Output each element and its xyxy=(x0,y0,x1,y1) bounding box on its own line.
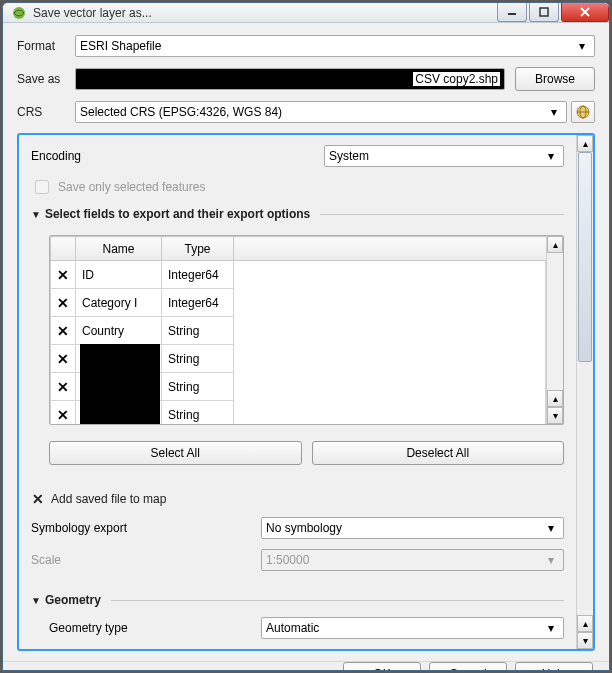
close-button[interactable] xyxy=(561,2,609,22)
encoding-combo[interactable]: System ▾ xyxy=(324,145,564,167)
scale-row: Scale 1:50000 ▾ xyxy=(31,549,564,571)
maximize-button[interactable] xyxy=(529,2,559,22)
titlebar[interactable]: Save vector layer as... xyxy=(3,3,609,23)
row-check[interactable]: ✕ xyxy=(51,401,76,425)
table-header-row: Name Type xyxy=(51,237,546,261)
row-check[interactable]: ✕ xyxy=(51,317,76,345)
browse-button[interactable]: Browse xyxy=(515,67,595,91)
chevron-down-icon: ▾ xyxy=(574,39,590,53)
geometry-type-label: Geometry type xyxy=(49,621,261,635)
crs-row: CRS Selected CRS (EPSG:4326, WGS 84) ▾ xyxy=(17,101,595,123)
fields-table[interactable]: Name Type ✕IDInteger64 ✕Category IIntege… xyxy=(50,236,546,424)
save-vector-layer-dialog: Save vector layer as... Format ESRI Shap… xyxy=(2,2,610,671)
save-only-selected-input xyxy=(35,180,49,194)
app-icon xyxy=(11,5,27,21)
row-check[interactable]: ✕ xyxy=(51,345,76,373)
fields-table-wrap: Name Type ✕IDInteger64 ✕Category IIntege… xyxy=(49,235,564,425)
symbology-row: Symbology export No symbology ▾ xyxy=(31,517,564,539)
save-only-selected-checkbox: Save only selected features xyxy=(31,177,564,197)
geometry-group-header[interactable]: ▼ Geometry xyxy=(31,593,564,607)
format-label: Format xyxy=(17,39,75,53)
scroll-down-icon[interactable]: ▾ xyxy=(577,632,593,649)
chevron-down-icon: ▾ xyxy=(543,553,559,567)
crs-value: Selected CRS (EPSG:4326, WGS 84) xyxy=(80,105,282,119)
help-button[interactable]: Help xyxy=(515,662,593,671)
scroll-down-icon[interactable]: ▾ xyxy=(547,407,563,424)
chevron-down-icon: ▾ xyxy=(543,521,559,535)
ok-button[interactable]: OK xyxy=(343,662,421,671)
scrollbar-thumb[interactable] xyxy=(578,152,592,362)
chevron-down-icon: ▾ xyxy=(543,621,559,635)
checked-icon: ✕ xyxy=(31,491,45,507)
geometry-type-combo[interactable]: Automatic ▾ xyxy=(261,617,564,639)
minimize-button[interactable] xyxy=(497,2,527,22)
format-value: ESRI Shapefile xyxy=(80,39,161,53)
redacted-block xyxy=(80,344,160,424)
format-row: Format ESRI Shapefile ▾ xyxy=(17,35,595,57)
svg-rect-2 xyxy=(540,8,548,16)
crs-label: CRS xyxy=(17,105,75,119)
chevron-down-icon: ▾ xyxy=(546,105,562,119)
svg-line-3 xyxy=(581,8,589,16)
scroll-up-icon[interactable]: ▴ xyxy=(577,135,593,152)
scroll-up-icon2[interactable]: ▴ xyxy=(547,390,563,407)
scroll-up-icon[interactable]: ▴ xyxy=(547,236,563,253)
scale-label: Scale xyxy=(31,553,261,567)
crs-picker-button[interactable] xyxy=(571,101,595,123)
collapse-icon: ▼ xyxy=(31,209,41,220)
fields-group-header[interactable]: ▼ Select fields to export and their expo… xyxy=(31,207,564,221)
cancel-button[interactable]: Cancel xyxy=(429,662,507,671)
globe-icon xyxy=(575,104,591,120)
saveas-path-tail: CSV copy2.shp xyxy=(413,72,500,86)
col-name[interactable]: Name xyxy=(76,237,162,261)
scroll-up-icon2[interactable]: ▴ xyxy=(577,615,593,632)
scale-combo: 1:50000 ▾ xyxy=(261,549,564,571)
collapse-icon: ▼ xyxy=(31,595,41,606)
encoding-value: System xyxy=(329,149,369,163)
encoding-row: Encoding System ▾ xyxy=(31,145,564,167)
crs-combo[interactable]: Selected CRS (EPSG:4326, WGS 84) ▾ xyxy=(75,101,567,123)
saveas-row: Save as CSV copy2.shp Browse xyxy=(17,67,595,91)
chevron-down-icon: ▾ xyxy=(543,149,559,163)
deselect-all-button[interactable]: Deselect All xyxy=(312,441,565,465)
main-scrollbar[interactable]: ▴ ▴ ▾ xyxy=(576,135,593,649)
options-scroll-area: Encoding System ▾ Save only selected fea… xyxy=(17,133,595,651)
svg-line-4 xyxy=(581,8,589,16)
row-check[interactable]: ✕ xyxy=(51,289,76,317)
row-check[interactable]: ✕ xyxy=(51,373,76,401)
select-all-button[interactable]: Select All xyxy=(49,441,302,465)
window-title: Save vector layer as... xyxy=(33,6,497,20)
col-type[interactable]: Type xyxy=(162,237,234,261)
fields-table-scrollbar[interactable]: ▴ ▴ ▾ xyxy=(546,236,563,424)
add-to-map-checkbox[interactable]: ✕ Add saved file to map xyxy=(31,491,564,507)
symbology-label: Symbology export xyxy=(31,521,261,535)
row-check[interactable]: ✕ xyxy=(51,261,76,289)
dialog-footer: OK Cancel Help xyxy=(3,661,609,671)
table-row[interactable]: ✕IDInteger64 xyxy=(51,261,546,289)
svg-point-0 xyxy=(13,7,25,19)
encoding-label: Encoding xyxy=(31,149,81,163)
saveas-label: Save as xyxy=(17,72,75,86)
format-combo[interactable]: ESRI Shapefile ▾ xyxy=(75,35,595,57)
saveas-input[interactable]: CSV copy2.shp xyxy=(75,68,505,90)
symbology-combo[interactable]: No symbology ▾ xyxy=(261,517,564,539)
geometry-type-row: Geometry type Automatic ▾ xyxy=(49,617,564,639)
